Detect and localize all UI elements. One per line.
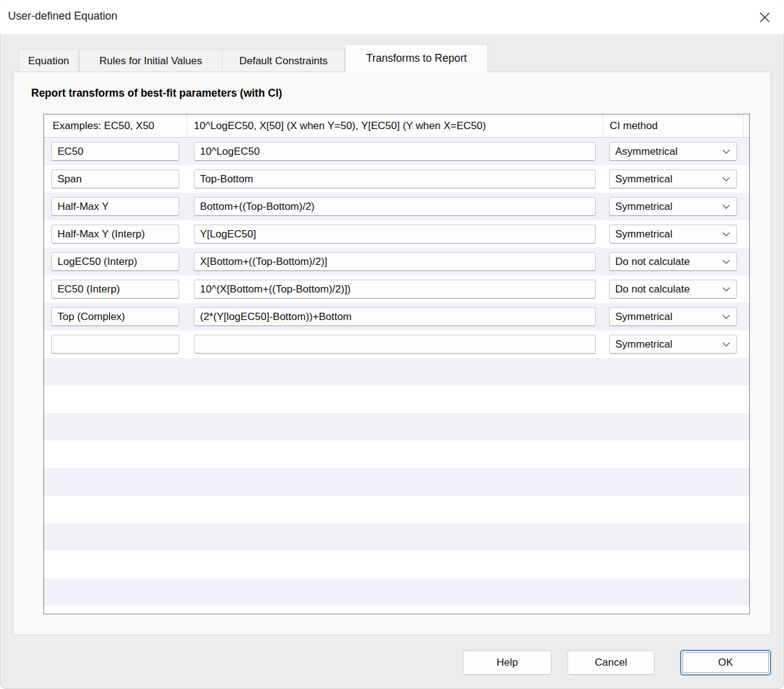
user-defined-equation-dialog: User-defined Equation Equation Rules for… [0, 0, 784, 689]
empty-table-row [44, 606, 749, 614]
ci-method-value: Symmetrical [615, 228, 673, 240]
table-row: Symmetrical [44, 330, 749, 358]
parameter-name-input[interactable] [51, 197, 179, 216]
parameter-name-input[interactable] [51, 169, 179, 188]
empty-table-row [44, 578, 749, 606]
header-separator [187, 114, 187, 137]
transform-expression-input[interactable] [194, 252, 596, 271]
chevron-down-icon [722, 177, 730, 182]
chevron-down-icon [722, 287, 730, 292]
transform-expression-input[interactable] [194, 335, 596, 354]
table-row: Asymmetrical [44, 138, 749, 165]
cancel-button[interactable]: Cancel [568, 650, 654, 675]
parameter-name-input[interactable] [51, 335, 179, 354]
chevron-down-icon [722, 149, 730, 154]
table-row: Do not calculate [44, 248, 749, 275]
ci-method-value: Do not calculate [615, 283, 690, 296]
tab-equation[interactable]: Equation [18, 49, 79, 72]
ci-method-select[interactable]: Symmetrical [609, 335, 737, 354]
ci-method-value: Symmetrical [615, 173, 673, 185]
help-button[interactable]: Help [463, 650, 552, 675]
ci-method-value: Do not calculate [615, 256, 690, 268]
ci-method-select[interactable]: Do not calculate [609, 280, 737, 299]
ci-method-value: Symmetrical [615, 311, 673, 323]
header-transform-examples: 10^LogEC50, X[50] (X when Y=50), Y[EC50]… [194, 114, 486, 138]
parameter-name-input[interactable] [51, 307, 179, 326]
header-separator [602, 114, 603, 137]
ok-button[interactable]: OK [680, 650, 771, 676]
transform-expression-input[interactable] [194, 280, 596, 299]
table-body: Asymmetrical Symmetrical [44, 138, 749, 614]
table-header-row: Examples: EC50, X50 10^LogEC50, X[50] (X… [44, 114, 749, 138]
transform-expression-input[interactable] [194, 307, 596, 326]
section-heading: Report transforms of best-fit parameters… [31, 87, 282, 100]
empty-table-row [44, 441, 749, 468]
transform-expression-input[interactable] [194, 142, 596, 161]
tab-rules-for-initial-values[interactable]: Rules for Initial Values [79, 49, 223, 72]
header-ci-method: CI method [610, 114, 657, 138]
empty-table-row [44, 385, 749, 413]
ci-method-select[interactable]: Symmetrical [609, 197, 737, 216]
table-row: Do not calculate [44, 275, 749, 303]
window-title: User-defined Equation [8, 10, 117, 23]
chevron-down-icon [722, 204, 730, 209]
ci-method-select[interactable]: Symmetrical [609, 307, 737, 326]
empty-table-row [44, 523, 749, 551]
parameter-name-input[interactable] [51, 280, 179, 299]
ci-method-select[interactable]: Symmetrical [609, 225, 737, 244]
titlebar: User-defined Equation [0, 0, 784, 34]
table-row: Symmetrical [44, 193, 749, 220]
empty-table-row [44, 496, 749, 523]
chevron-down-icon [722, 315, 730, 319]
header-separator [743, 114, 744, 137]
close-button[interactable] [753, 6, 775, 28]
parameter-name-input[interactable] [51, 142, 179, 161]
table-row: Symmetrical [44, 303, 749, 330]
tab-page-transforms-to-report: Report transforms of best-fit parameters… [13, 72, 771, 635]
parameter-name-input[interactable] [51, 225, 179, 244]
empty-table-row [44, 551, 749, 578]
transform-expression-input[interactable] [194, 197, 596, 216]
parameter-name-input[interactable] [51, 252, 179, 271]
close-icon [760, 12, 770, 23]
ci-method-value: Symmetrical [615, 338, 673, 351]
tab-default-constraints[interactable]: Default Constraints [222, 49, 345, 72]
ci-method-select[interactable]: Symmetrical [609, 169, 737, 188]
empty-table-row [44, 468, 749, 496]
ci-method-select[interactable]: Asymmetrical [609, 142, 737, 161]
empty-table-row [44, 413, 749, 441]
empty-table-row [44, 358, 749, 385]
chevron-down-icon [722, 342, 730, 347]
header-examples: Examples: EC50, X50 [53, 114, 154, 138]
transform-expression-input[interactable] [194, 169, 596, 188]
table-row: Symmetrical [44, 165, 749, 193]
table-row: Symmetrical [44, 220, 749, 248]
ci-method-value: Asymmetrical [615, 146, 678, 158]
transforms-table: Examples: EC50, X50 10^LogEC50, X[50] (X… [43, 114, 750, 614]
chevron-down-icon [722, 259, 730, 264]
ci-method-select[interactable]: Do not calculate [609, 252, 737, 271]
chevron-down-icon [722, 232, 730, 237]
transform-expression-input[interactable] [194, 225, 596, 244]
tab-transforms-to-report[interactable]: Transforms to Report [345, 44, 488, 72]
ci-method-value: Symmetrical [615, 201, 673, 213]
